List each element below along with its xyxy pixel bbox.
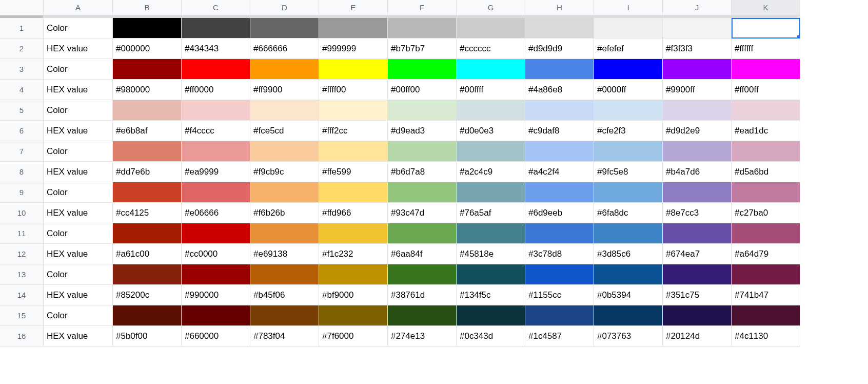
cell-K10[interactable]: #c27ba0 bbox=[732, 203, 800, 223]
cell-B1[interactable] bbox=[113, 18, 182, 39]
cell-C8[interactable]: #ea9999 bbox=[182, 162, 250, 182]
cell-D5[interactable] bbox=[250, 100, 319, 121]
cell-H9[interactable] bbox=[525, 182, 594, 203]
cell-D1[interactable] bbox=[250, 18, 319, 39]
column-header-J[interactable]: J bbox=[663, 0, 732, 15]
cell-B10[interactable]: #cc4125 bbox=[113, 203, 182, 223]
cell-K6[interactable]: #ead1dc bbox=[732, 121, 800, 141]
cell-D6[interactable]: #fce5cd bbox=[250, 121, 319, 141]
cell-I10[interactable]: #6fa8dc bbox=[594, 203, 663, 223]
cell-H8[interactable]: #a4c2f4 bbox=[525, 162, 594, 182]
row-header-14[interactable]: 14 bbox=[0, 285, 44, 305]
cell-G3[interactable] bbox=[457, 59, 525, 80]
cell-B15[interactable] bbox=[113, 305, 182, 326]
cell-F9[interactable] bbox=[388, 182, 457, 203]
cell-I12[interactable]: #3d85c6 bbox=[594, 244, 663, 264]
cell-D3[interactable] bbox=[250, 59, 319, 80]
cell-K4[interactable]: #ff00ff bbox=[732, 80, 800, 100]
cell-G7[interactable] bbox=[457, 141, 525, 162]
cell-J6[interactable]: #d9d2e9 bbox=[663, 121, 732, 141]
cell-G4[interactable]: #00ffff bbox=[457, 80, 525, 100]
cell-A15[interactable]: Color bbox=[44, 305, 113, 326]
cell-C12[interactable]: #cc0000 bbox=[182, 244, 250, 264]
cell-I6[interactable]: #cfe2f3 bbox=[594, 121, 663, 141]
column-header-A[interactable]: A bbox=[44, 0, 113, 15]
cell-A6[interactable]: HEX value bbox=[44, 121, 113, 141]
row-header-9[interactable]: 9 bbox=[0, 182, 44, 203]
cell-J10[interactable]: #8e7cc3 bbox=[663, 203, 732, 223]
cell-A8[interactable]: HEX value bbox=[44, 162, 113, 182]
row-header-11[interactable]: 11 bbox=[0, 223, 44, 244]
cell-A12[interactable]: HEX value bbox=[44, 244, 113, 264]
cell-G15[interactable] bbox=[457, 305, 525, 326]
cell-E9[interactable] bbox=[319, 182, 388, 203]
cell-G13[interactable] bbox=[457, 264, 525, 285]
cell-G12[interactable]: #45818e bbox=[457, 244, 525, 264]
column-header-E[interactable]: E bbox=[319, 0, 388, 15]
cell-K3[interactable] bbox=[732, 59, 800, 80]
cell-A11[interactable]: Color bbox=[44, 223, 113, 244]
cell-F7[interactable] bbox=[388, 141, 457, 162]
cell-D10[interactable]: #f6b26b bbox=[250, 203, 319, 223]
cell-E1[interactable] bbox=[319, 18, 388, 39]
cell-J7[interactable] bbox=[663, 141, 732, 162]
cell-G10[interactable]: #76a5af bbox=[457, 203, 525, 223]
select-all-corner[interactable] bbox=[0, 0, 44, 15]
cell-C2[interactable]: #434343 bbox=[182, 39, 250, 59]
cell-J2[interactable]: #f3f3f3 bbox=[663, 39, 732, 59]
column-header-G[interactable]: G bbox=[457, 0, 525, 15]
cell-J9[interactable] bbox=[663, 182, 732, 203]
cell-B6[interactable]: #e6b8af bbox=[113, 121, 182, 141]
cell-K16[interactable]: #4c1130 bbox=[732, 326, 800, 347]
cell-C14[interactable]: #990000 bbox=[182, 285, 250, 305]
cell-A10[interactable]: HEX value bbox=[44, 203, 113, 223]
row-header-6[interactable]: 6 bbox=[0, 121, 44, 141]
cell-E11[interactable] bbox=[319, 223, 388, 244]
cell-G16[interactable]: #0c343d bbox=[457, 326, 525, 347]
cell-I9[interactable] bbox=[594, 182, 663, 203]
row-header-15[interactable]: 15 bbox=[0, 305, 44, 326]
row-header-7[interactable]: 7 bbox=[0, 141, 44, 162]
row-header-2[interactable]: 2 bbox=[0, 39, 44, 59]
cell-I5[interactable] bbox=[594, 100, 663, 121]
column-header-D[interactable]: D bbox=[250, 0, 319, 15]
cell-K8[interactable]: #d5a6bd bbox=[732, 162, 800, 182]
cell-B2[interactable]: #000000 bbox=[113, 39, 182, 59]
cell-E10[interactable]: #ffd966 bbox=[319, 203, 388, 223]
cell-E13[interactable] bbox=[319, 264, 388, 285]
cell-B9[interactable] bbox=[113, 182, 182, 203]
cell-H11[interactable] bbox=[525, 223, 594, 244]
cell-A9[interactable]: Color bbox=[44, 182, 113, 203]
cell-A7[interactable]: Color bbox=[44, 141, 113, 162]
cell-I14[interactable]: #0b5394 bbox=[594, 285, 663, 305]
cell-J8[interactable]: #b4a7d6 bbox=[663, 162, 732, 182]
cell-K2[interactable]: #ffffff bbox=[732, 39, 800, 59]
cell-D15[interactable] bbox=[250, 305, 319, 326]
cell-I2[interactable]: #efefef bbox=[594, 39, 663, 59]
cell-I15[interactable] bbox=[594, 305, 663, 326]
cell-G6[interactable]: #d0e0e3 bbox=[457, 121, 525, 141]
cell-K11[interactable] bbox=[732, 223, 800, 244]
cell-J5[interactable] bbox=[663, 100, 732, 121]
cell-D16[interactable]: #783f04 bbox=[250, 326, 319, 347]
cell-J14[interactable]: #351c75 bbox=[663, 285, 732, 305]
cell-B8[interactable]: #dd7e6b bbox=[113, 162, 182, 182]
cell-H12[interactable]: #3c78d8 bbox=[525, 244, 594, 264]
cell-H4[interactable]: #4a86e8 bbox=[525, 80, 594, 100]
row-header-13[interactable]: 13 bbox=[0, 264, 44, 285]
cell-H16[interactable]: #1c4587 bbox=[525, 326, 594, 347]
column-header-C[interactable]: C bbox=[182, 0, 250, 15]
cell-F12[interactable]: #6aa84f bbox=[388, 244, 457, 264]
row-header-3[interactable]: 3 bbox=[0, 59, 44, 80]
cell-F16[interactable]: #274e13 bbox=[388, 326, 457, 347]
cell-B12[interactable]: #a61c00 bbox=[113, 244, 182, 264]
cell-J16[interactable]: #20124d bbox=[663, 326, 732, 347]
cell-D14[interactable]: #b45f06 bbox=[250, 285, 319, 305]
cell-B3[interactable] bbox=[113, 59, 182, 80]
cell-E14[interactable]: #bf9000 bbox=[319, 285, 388, 305]
cell-I4[interactable]: #0000ff bbox=[594, 80, 663, 100]
cell-B11[interactable] bbox=[113, 223, 182, 244]
cell-B5[interactable] bbox=[113, 100, 182, 121]
cell-K14[interactable]: #741b47 bbox=[732, 285, 800, 305]
cell-A5[interactable]: Color bbox=[44, 100, 113, 121]
